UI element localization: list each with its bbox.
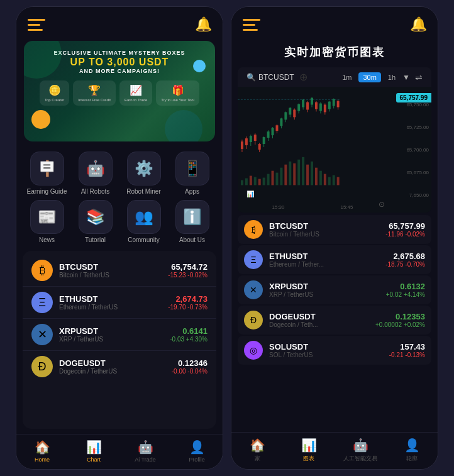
notification-icon-2[interactable]: 🔔	[410, 16, 426, 33]
chart-price-lines: 65,750.00 65,725.00 65,700.00 65,675.00 …	[387, 87, 431, 213]
svg-rect-17	[315, 168, 318, 185]
tradingview-logo: 📊	[246, 191, 254, 197]
top-bar-1: 🔔	[16, 7, 223, 38]
chart-timeframe: 1m 30m 1h ▼ ⇌	[338, 72, 423, 82]
nav-ai-trade[interactable]: 🤖 Ai Trade	[119, 440, 171, 463]
svg-rect-60	[319, 104, 322, 111]
tf-30m[interactable]: 30m	[358, 72, 380, 82]
svg-rect-66	[333, 99, 335, 106]
notification-icon[interactable]: 🔔	[195, 16, 211, 33]
svg-rect-16	[311, 162, 313, 185]
svg-rect-50	[297, 104, 300, 111]
banner-item-3[interactable]: 📈 Earn to Trade	[119, 80, 152, 106]
svg-rect-64	[328, 102, 331, 109]
svg-rect-20	[328, 177, 331, 185]
icon-robot-miner[interactable]: ⚙️ Robot Miner	[122, 152, 165, 195]
svg-rect-1	[245, 179, 248, 185]
svg-rect-62	[324, 105, 326, 113]
chart-current-price: 65,757.99	[396, 93, 432, 102]
chart-settings-btn[interactable]: ⇌	[415, 72, 423, 82]
banner-item-2[interactable]: 🏆 Interest Free Credit	[73, 80, 116, 106]
tf-dropdown-icon[interactable]: ▼	[402, 73, 410, 82]
nav2-ai-trade[interactable]: 🤖 人工智能交易	[335, 438, 386, 463]
menu-icon[interactable]	[28, 16, 45, 33]
svg-rect-15	[306, 165, 309, 185]
svg-rect-42	[280, 118, 282, 126]
chart-crypto-xrp[interactable]: ✕ XRPUSDT XRP / TetherUS 0.6132 +0.02 +4…	[238, 275, 431, 304]
candlestick-chart	[238, 87, 387, 199]
xrp-logo: ✕	[31, 324, 53, 345]
chart-crypto-sol[interactable]: ◎ SOLUSDT SOL / TetherUS 157.43 -0.21 -0…	[238, 336, 431, 365]
nav2-home[interactable]: 🏠 家	[231, 438, 283, 463]
icon-tutorial[interactable]: 📚 Tutorial	[74, 200, 117, 243]
nav-profile[interactable]: 👤 Profile	[171, 440, 223, 463]
chart-title: 实时加密货币图表	[231, 38, 438, 67]
btc-logo: ₿	[31, 260, 53, 281]
svg-rect-10	[284, 165, 287, 185]
svg-rect-19	[324, 174, 326, 185]
nav-home[interactable]: 🏠 Home	[16, 440, 68, 463]
chart-crypto-eth[interactable]: Ξ ETHUSDT Ethereum / Tether... 2,675.68 …	[238, 245, 431, 274]
chart-xrp-logo: ✕	[244, 280, 263, 299]
banner-title-3: AND MORE CAMPAIGNS!	[31, 68, 208, 74]
chart-area: 65,757.99 65,750.00 65,725.00 65,700.00 …	[238, 87, 431, 213]
svg-rect-14	[302, 157, 304, 185]
svg-rect-12	[293, 163, 296, 185]
bottom-nav-1: 🏠 Home 📊 Chart 🤖 Ai Trade 👤 Profile	[16, 434, 223, 469]
chart-crypto-doge[interactable]: Ð DOGEUSDT Dogecoin / Teth... 0.12353 +0…	[238, 306, 431, 335]
crypto-item-eth[interactable]: Ξ ETHUSDT Ethereum / TetherUS 2,674.73 -…	[23, 287, 216, 319]
chart-fullscreen-icon[interactable]: ⊙	[379, 200, 385, 209]
svg-rect-21	[333, 175, 335, 185]
chart-crypto-list: ₿ BTCUSDT Bitcoin / TetherUS 65,757.99 -…	[231, 213, 438, 432]
icon-news[interactable]: 📰 News	[25, 200, 69, 243]
crypto-item-xrp[interactable]: ✕ XRPUSDT XRP / TetherUS 0.6141 -0.03 +4…	[23, 319, 216, 351]
svg-rect-28	[250, 136, 252, 142]
svg-rect-52	[302, 100, 304, 108]
svg-rect-32	[258, 144, 261, 150]
chart-symbol: BTCUSDT	[258, 73, 294, 82]
crypto-item-btc[interactable]: ₿ BTCUSDT Bitcoin / TetherUS 65,754.72 -…	[23, 255, 216, 287]
chart-search: 🔍 BTCUSDT	[246, 73, 294, 82]
chart-crypto-btc[interactable]: ₿ BTCUSDT Bitcoin / TetherUS 65,757.99 -…	[238, 215, 431, 244]
tf-1m[interactable]: 1m	[338, 72, 356, 82]
chart-doge-logo: Ð	[244, 311, 263, 329]
svg-rect-58	[315, 102, 318, 109]
svg-rect-68	[337, 101, 340, 108]
svg-rect-40	[275, 125, 278, 131]
search-icon: 🔍	[246, 73, 256, 82]
chart-page: 实时加密货币图表 🔍 BTCUSDT ⊕ 1m 30m 1h ▼ ⇌ 65,75	[231, 38, 438, 469]
phone-2: 🔔 实时加密货币图表 🔍 BTCUSDT ⊕ 1m 30m 1h ▼ ⇌	[231, 6, 438, 470]
svg-rect-18	[319, 171, 322, 185]
svg-rect-44	[284, 112, 287, 119]
nav-chart[interactable]: 📊 Chart	[68, 440, 119, 463]
nav2-profile[interactable]: 👤 轮廓	[386, 438, 438, 463]
banner-item-4[interactable]: 🎁 Try to use Your Tool	[156, 80, 199, 106]
doge-logo: Ð	[31, 356, 53, 377]
banner-item-1[interactable]: 🪙 Top Creator	[40, 80, 69, 106]
chart-eth-logo: Ξ	[244, 250, 263, 269]
svg-rect-46	[289, 108, 291, 114]
menu-icon-2[interactable]	[243, 16, 260, 33]
crypto-item-doge[interactable]: Ð DOGEUSDT Dogecoin / TetherUS 0.12346 -…	[23, 351, 216, 382]
crypto-list-1: ₿ BTCUSDT Bitcoin / TetherUS 65,754.72 -…	[23, 251, 216, 429]
icon-grid: 🪧 Earning Guide 🤖 All Robots ⚙️ Robot Mi…	[16, 147, 223, 248]
svg-rect-36	[267, 131, 270, 138]
icon-apps[interactable]: 📱 Apps	[170, 152, 214, 195]
icon-all-robots[interactable]: 🤖 All Robots	[74, 152, 117, 195]
svg-rect-24	[241, 141, 243, 149]
svg-rect-4	[258, 179, 261, 185]
svg-rect-38	[272, 128, 274, 135]
svg-rect-54	[306, 102, 309, 110]
icon-earning-guide[interactable]: 🪧 Earning Guide	[25, 152, 69, 195]
nav2-chart[interactable]: 📊 图表	[283, 438, 335, 463]
icon-community[interactable]: 👥 Community	[122, 200, 165, 243]
svg-rect-56	[311, 98, 313, 105]
svg-rect-5	[263, 178, 265, 185]
svg-rect-26	[245, 138, 248, 145]
svg-rect-11	[289, 162, 291, 185]
icon-about-us[interactable]: ℹ️ About Us	[170, 200, 214, 243]
tf-1h[interactable]: 1h	[384, 72, 400, 82]
phone-1: 🔔 EXCLUSIVE ULTIMATE MYSTERY BOXES UP TO…	[16, 6, 223, 470]
svg-rect-3	[254, 177, 257, 185]
banner: EXCLUSIVE ULTIMATE MYSTERY BOXES UP TO 3…	[24, 41, 215, 141]
